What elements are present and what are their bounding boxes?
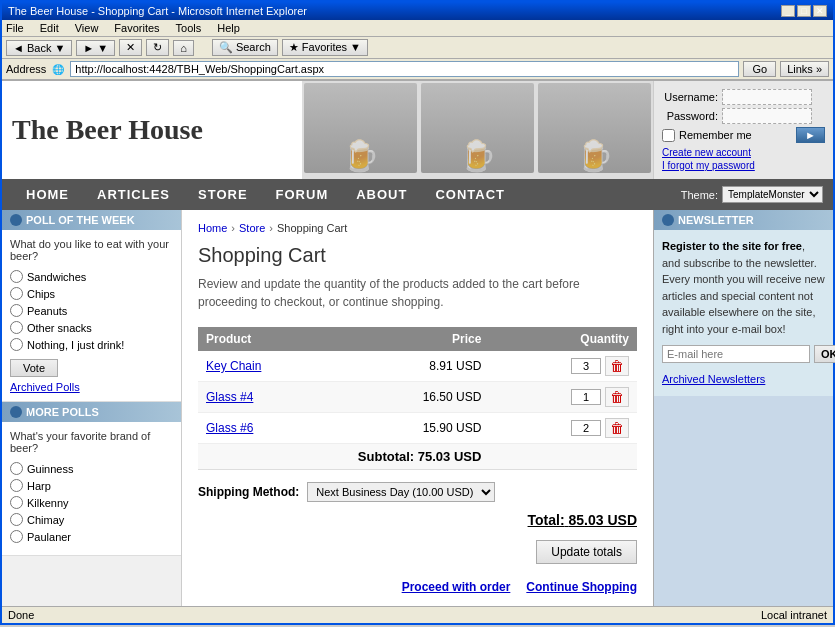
stop-button[interactable]: ✕ — [119, 39, 142, 56]
beer-image-1 — [304, 83, 417, 173]
theme-selector: Theme: TemplateMonster — [681, 186, 823, 203]
more-polls-title: MORE POLLS — [26, 406, 99, 418]
delete-btn-3[interactable]: 🗑 — [605, 418, 629, 438]
nav-home[interactable]: HOME — [12, 179, 83, 210]
col-price: Price — [340, 327, 489, 351]
newsletter-title: NEWSLETTER — [678, 214, 754, 226]
newsletter-icon — [662, 214, 674, 226]
delete-btn-1[interactable]: 🗑 — [605, 356, 629, 376]
shipping-select[interactable]: Next Business Day (10.00 USD) — [307, 482, 495, 502]
poll2-option-paulaner[interactable]: Paulaner — [10, 530, 173, 543]
address-input[interactable] — [70, 61, 739, 77]
page-description: Review and update the quantity of the pr… — [198, 275, 637, 311]
nav-articles[interactable]: ARTICLES — [83, 179, 184, 210]
menu-help[interactable]: Help — [217, 22, 240, 34]
shipping-row: Shipping Method: Next Business Day (10.0… — [198, 482, 637, 502]
address-bar: Address 🌐 Go Links » — [2, 59, 833, 81]
poll-week-header: POLL OF THE WEEK — [2, 210, 181, 230]
price-1: 8.91 USD — [340, 351, 489, 382]
poll-option-chips[interactable]: Chips — [10, 287, 173, 300]
theme-dropdown[interactable]: TemplateMonster — [722, 186, 823, 203]
poll-week-question: What do you like to eat with your beer? — [10, 238, 173, 262]
search-button[interactable]: 🔍 Search — [212, 39, 278, 56]
minimize-button[interactable]: _ — [781, 5, 795, 17]
total-row: Total: 85.03 USD — [198, 512, 637, 528]
qty-input-1[interactable] — [571, 358, 601, 374]
email-row: OK — [662, 345, 825, 363]
poll-option-peanuts[interactable]: Peanuts — [10, 304, 173, 317]
links-button[interactable]: Links » — [780, 61, 829, 77]
total-value: 85.03 USD — [569, 512, 637, 528]
poll2-option-chimay[interactable]: Chimay — [10, 513, 173, 526]
qty-cell-3: 🗑 — [497, 418, 629, 438]
poll2-option-harp[interactable]: Harp — [10, 479, 173, 492]
poll-week-section: POLL OF THE WEEK What do you like to eat… — [2, 210, 181, 402]
beer-image-3 — [538, 83, 651, 173]
poll-week-content: What do you like to eat with your beer? … — [2, 230, 181, 402]
theme-label: Theme: — [681, 189, 718, 201]
delete-btn-2[interactable]: 🗑 — [605, 387, 629, 407]
menu-file[interactable]: File — [6, 22, 24, 34]
product-link-1[interactable]: Key Chain — [206, 359, 261, 373]
newsletter-text-rest: , and subscribe to the newsletter. Every… — [662, 240, 825, 335]
left-sidebar: POLL OF THE WEEK What do you like to eat… — [2, 210, 182, 606]
refresh-button[interactable]: ↻ — [146, 39, 169, 56]
maximize-button[interactable]: □ — [797, 5, 811, 17]
product-link-3[interactable]: Glass #6 — [206, 421, 253, 435]
poll2-option-guinness[interactable]: Guinness — [10, 462, 173, 475]
header-images — [302, 81, 653, 179]
update-totals-button[interactable]: Update totals — [536, 540, 637, 564]
email-input[interactable] — [662, 345, 810, 363]
poll-option-nothing[interactable]: Nothing, I just drink! — [10, 338, 173, 351]
breadcrumb-current: Shopping Cart — [277, 222, 347, 234]
menu-tools[interactable]: Tools — [176, 22, 202, 34]
nav-store[interactable]: STORE — [184, 179, 262, 210]
login-button[interactable]: ► — [796, 127, 825, 143]
browser-toolbar: ◄ Back ▼ ► ▼ ✕ ↻ ⌂ 🔍 Search ★ Favorites … — [2, 37, 833, 59]
password-label: Password: — [662, 110, 722, 122]
vote-button[interactable]: Vote — [10, 359, 58, 377]
poll-option-other-snacks[interactable]: Other snacks — [10, 321, 173, 334]
qty-input-3[interactable] — [571, 420, 601, 436]
archived-polls-link[interactable]: Archived Polls — [10, 381, 173, 393]
close-button[interactable]: ✕ — [813, 5, 827, 17]
qty-input-2[interactable] — [571, 389, 601, 405]
back-button[interactable]: ◄ Back ▼ — [6, 40, 72, 56]
home-button[interactable]: ⌂ — [173, 40, 194, 56]
create-account-link[interactable]: Create new account — [662, 147, 825, 158]
action-links: Proceed with order Continue Shopping — [198, 572, 637, 594]
nav-contact[interactable]: CONTACT — [421, 179, 519, 210]
poll2-option-kilkenny[interactable]: Kilkenny — [10, 496, 173, 509]
remember-checkbox[interactable] — [662, 129, 675, 142]
forgot-password-link[interactable]: I forgot my password — [662, 160, 825, 171]
breadcrumb-home[interactable]: Home — [198, 222, 227, 234]
cart-row-3: Glass #6 15.90 USD 🗑 — [198, 413, 637, 444]
main-layout: POLL OF THE WEEK What do you like to eat… — [2, 210, 833, 606]
nav-forum[interactable]: FORUM — [262, 179, 343, 210]
continue-shopping-link[interactable]: Continue Shopping — [526, 580, 637, 594]
newsletter-content: Register to the site for free, and subsc… — [654, 230, 833, 396]
menu-edit[interactable]: Edit — [40, 22, 59, 34]
nav-about[interactable]: ABOUT — [342, 179, 421, 210]
col-product: Product — [198, 327, 340, 351]
navigation-bar: HOME ARTICLES STORE FORUM ABOUT CONTACT … — [2, 179, 833, 210]
username-input[interactable] — [722, 89, 812, 105]
browser-window: The Beer House - Shopping Cart - Microso… — [0, 0, 835, 625]
window-controls[interactable]: _ □ ✕ — [781, 5, 827, 17]
archived-newsletters-link[interactable]: Archived Newsletters — [662, 373, 765, 385]
page-title: Shopping Cart — [198, 244, 637, 267]
newsletter-ok-button[interactable]: OK — [814, 345, 835, 363]
forward-button[interactable]: ► ▼ — [76, 40, 115, 56]
password-input[interactable] — [722, 108, 812, 124]
menu-favorites[interactable]: Favorites — [114, 22, 159, 34]
poll-option-sandwiches[interactable]: Sandwiches — [10, 270, 173, 283]
favorites-button[interactable]: ★ Favorites ▼ — [282, 39, 368, 56]
menu-view[interactable]: View — [75, 22, 99, 34]
go-button[interactable]: Go — [743, 61, 776, 77]
more-polls-icon — [10, 406, 22, 418]
site-logo: The Beer House — [12, 114, 203, 146]
product-link-2[interactable]: Glass #4 — [206, 390, 253, 404]
qty-cell-1: 🗑 — [497, 356, 629, 376]
breadcrumb-store[interactable]: Store — [239, 222, 265, 234]
proceed-order-link[interactable]: Proceed with order — [402, 580, 511, 594]
